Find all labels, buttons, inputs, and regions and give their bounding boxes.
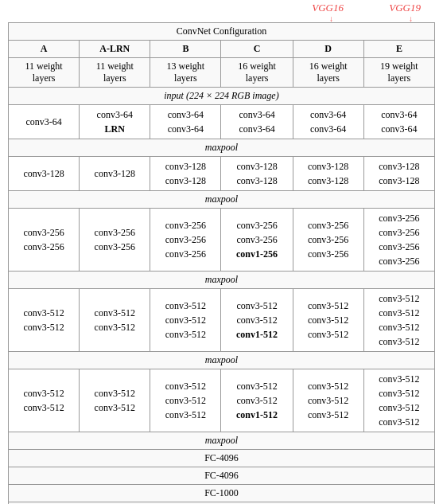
weight-d: 16 weightlayers — [293, 58, 363, 88]
header-e: E — [363, 41, 434, 58]
b5-c: conv3-512conv3-512conv1-512 — [221, 369, 293, 432]
b3-e: conv3-256conv3-256conv3-256conv3-256 — [363, 209, 434, 272]
block2-row: conv3-128 conv3-128 conv3-128conv3-128 c… — [9, 157, 435, 191]
b4-e: conv3-512conv3-512conv3-512conv3-512 — [363, 289, 434, 352]
b2-e: conv3-128conv3-128 — [363, 157, 434, 191]
fc2-label: FC-4096 — [9, 467, 435, 485]
vgg19-arrow: ↓ — [409, 14, 413, 23]
b3-b: conv3-256conv3-256conv3-256 — [150, 209, 221, 272]
weight-b: 13 weightlayers — [150, 58, 221, 88]
fc3-label: FC-1000 — [9, 485, 435, 502]
b2-alrn: conv3-128 — [80, 157, 150, 191]
header-c: C — [221, 41, 293, 58]
b1-b: conv3-64conv3-64 — [150, 105, 221, 139]
vgg-header: VGG16 VGG19 ↓ ↓ — [8, 0, 435, 22]
block4-row: conv3-512conv3-512 conv3-512conv3-512 co… — [9, 289, 435, 352]
vgg16-label: VGG16 — [312, 2, 344, 14]
pool5-label: maxpool — [9, 432, 435, 450]
pool5-row: maxpool — [9, 432, 435, 450]
b1-d: conv3-64conv3-64 — [293, 105, 363, 139]
b1-a: conv3-64 — [9, 105, 80, 139]
block1-row: conv3-64 conv3-64LRN conv3-64conv3-64 co… — [9, 105, 435, 139]
fc1-row: FC-4096 — [9, 450, 435, 467]
b3-a: conv3-256conv3-256 — [9, 209, 80, 272]
table-title: ConvNet Configuration — [9, 23, 435, 41]
header-b: B — [150, 41, 221, 58]
pool1-row: maxpool — [9, 139, 435, 157]
b2-d: conv3-128conv3-128 — [293, 157, 363, 191]
header-a: A — [9, 41, 80, 58]
weight-c: 16 weightlayers — [221, 58, 293, 88]
title-row: ConvNet Configuration — [9, 23, 435, 41]
header-alrn: A-LRN — [80, 41, 150, 58]
convnet-table: ConvNet Configuration A A-LRN B C D E 11… — [8, 22, 435, 504]
b3-alrn: conv3-256conv3-256 — [80, 209, 150, 272]
fc2-row: FC-4096 — [9, 467, 435, 485]
vgg19-label: VGG19 — [389, 2, 421, 14]
b2-c: conv3-128conv3-128 — [221, 157, 293, 191]
header-row: A A-LRN B C D E — [9, 41, 435, 58]
pool4-label: maxpool — [9, 352, 435, 369]
table-wrapper: ConvNet Configuration A A-LRN B C D E 11… — [0, 22, 443, 504]
b5-d: conv3-512conv3-512conv3-512 — [293, 369, 363, 432]
vgg16-arrow: ↓ — [329, 14, 333, 23]
b4-alrn: conv3-512conv3-512 — [80, 289, 150, 352]
weight-row: 11 weightlayers 11 weightlayers 13 weigh… — [9, 58, 435, 88]
block3-row: conv3-256conv3-256 conv3-256conv3-256 co… — [9, 209, 435, 272]
pool2-row: maxpool — [9, 191, 435, 209]
input-label: input (224 × 224 RGB image) — [9, 88, 435, 105]
weight-a: 11 weightlayers — [9, 58, 80, 88]
b1-alrn: conv3-64LRN — [80, 105, 150, 139]
b1-e: conv3-64conv3-64 — [363, 105, 434, 139]
header-d: D — [293, 41, 363, 58]
b5-b: conv3-512conv3-512conv3-512 — [150, 369, 221, 432]
b5-a: conv3-512conv3-512 — [9, 369, 80, 432]
b2-b: conv3-128conv3-128 — [150, 157, 221, 191]
fc3-row: FC-1000 — [9, 485, 435, 502]
b2-a: conv3-128 — [9, 157, 80, 191]
b1-c: conv3-64conv3-64 — [221, 105, 293, 139]
pool3-row: maxpool — [9, 272, 435, 289]
b3-c: conv3-256conv3-256conv1-256 — [221, 209, 293, 272]
b4-b: conv3-512conv3-512conv3-512 — [150, 289, 221, 352]
weight-alrn: 11 weightlayers — [80, 58, 150, 88]
input-row: input (224 × 224 RGB image) — [9, 88, 435, 105]
pool1-label: maxpool — [9, 139, 435, 157]
b5-alrn: conv3-512conv3-512 — [80, 369, 150, 432]
b5-e: conv3-512conv3-512conv3-512conv3-512 — [363, 369, 434, 432]
fc1-label: FC-4096 — [9, 450, 435, 467]
b4-c: conv3-512conv3-512conv1-512 — [221, 289, 293, 352]
pool2-label: maxpool — [9, 191, 435, 209]
pool3-label: maxpool — [9, 272, 435, 289]
weight-e: 19 weightlayers — [363, 58, 434, 88]
b4-d: conv3-512conv3-512conv3-512 — [293, 289, 363, 352]
block5-row: conv3-512conv3-512 conv3-512conv3-512 co… — [9, 369, 435, 432]
b4-a: conv3-512conv3-512 — [9, 289, 80, 352]
pool4-row: maxpool — [9, 352, 435, 369]
b3-d: conv3-256conv3-256conv3-256 — [293, 209, 363, 272]
